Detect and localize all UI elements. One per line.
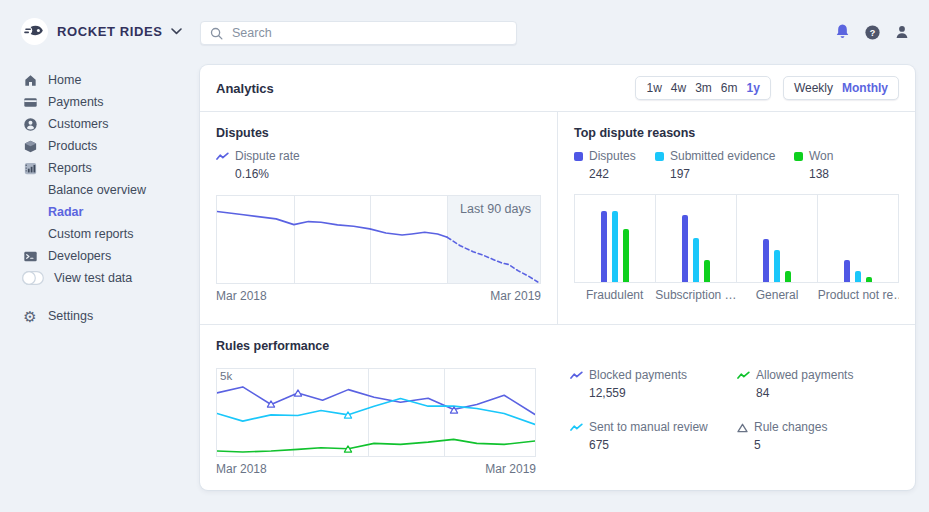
legend-label: Sent to manual review [589, 421, 708, 434]
disputes-x-axis: Mar 2018 Mar 2019 [216, 289, 541, 303]
test-mode-toggle[interactable] [22, 271, 44, 285]
legend-rule-changes: Rule changes 5 [737, 421, 899, 452]
rule-change-marker [267, 400, 276, 408]
sidebar-item-label: Home [48, 73, 81, 87]
period-option-1y[interactable]: 1y [747, 81, 760, 95]
line-series-icon [570, 371, 583, 380]
notifications-bell-icon[interactable] [834, 23, 851, 41]
sidebar-item-products[interactable]: Products [0, 135, 200, 157]
analytics-card: Analytics 1w 4w 3m 6m 1y Weekly Monthly … [200, 65, 915, 490]
sidebar-item-payments[interactable]: Payments [0, 91, 200, 113]
period-option-1w[interactable]: 1w [646, 81, 661, 95]
sidebar-item-reports[interactable]: Reports [0, 157, 200, 179]
legend-label: Submitted evidence [670, 150, 775, 163]
search-bar[interactable] [200, 21, 517, 45]
rules-chart-column: 5k Mar 2018 Mar 2019 [216, 368, 536, 476]
developers-terminal-icon [22, 249, 38, 264]
sidebar-item-settings[interactable]: ⚙ Settings [0, 305, 200, 327]
page-title: Analytics [216, 81, 274, 96]
bar-group [736, 195, 817, 282]
settings-gear-icon: ⚙ [22, 309, 38, 324]
user-avatar-icon[interactable] [894, 24, 910, 40]
won-swatch-icon [794, 152, 803, 161]
last-90-days-label: Last 90 days [460, 202, 531, 216]
rules-title: Rules performance [216, 339, 899, 353]
sidebar-item-developers[interactable]: Developers [0, 245, 200, 267]
search-input[interactable] [230, 25, 507, 41]
granularity-selector: Weekly Monthly [783, 76, 899, 100]
rule-change-marker [344, 445, 353, 453]
top-dispute-reasons-panel: Top dispute reasons Disputes 242 Submitt… [558, 112, 915, 324]
sidebar-item-balance-overview[interactable]: Balance overview [0, 179, 200, 201]
topbar: ROCKET RIDES ? [0, 0, 929, 65]
bar-won [623, 229, 629, 282]
svg-text:?: ? [870, 27, 876, 37]
payments-card-icon [22, 95, 38, 110]
allowed-payments-value: 84 [756, 386, 899, 400]
bar-group [575, 195, 655, 282]
legend-label: Dispute rate [235, 150, 300, 163]
rule-changes-value: 5 [754, 438, 899, 452]
bar-disputes [763, 239, 769, 283]
chevron-down-icon [171, 28, 182, 35]
dispute-reasons-bar-chart [574, 194, 899, 283]
legend-label: Allowed payments [756, 369, 853, 382]
granularity-option-weekly[interactable]: Weekly [794, 81, 833, 95]
evidence-count: 197 [670, 167, 794, 181]
granularity-option-monthly[interactable]: Monthly [842, 81, 888, 95]
sidebar-item-label: Custom reports [48, 227, 133, 241]
bar-group [817, 195, 898, 282]
bar-group-bars [818, 195, 898, 282]
evidence-swatch-icon [655, 152, 664, 161]
bar-submitted-evidence [612, 211, 618, 282]
analytics-header: Analytics 1w 4w 3m 6m 1y Weekly Monthly [200, 65, 915, 112]
bar-won [866, 277, 872, 282]
sidebar-item-label: Radar [48, 205, 83, 219]
sidebar-item-label: Balance overview [48, 183, 146, 197]
legend-sent-to-manual-review: Sent to manual review 675 [570, 421, 737, 452]
legend-won: Won 138 [794, 150, 899, 181]
rules-performance-chart: 5k [216, 368, 536, 457]
sidebar-item-custom-reports[interactable]: Custom reports [0, 223, 200, 245]
products-box-icon [22, 139, 38, 154]
legend-label: Won [809, 150, 833, 163]
sidebar-item-label: Reports [48, 161, 92, 175]
legend-label: Rule changes [754, 421, 827, 434]
sidebar-item-label: Customers [48, 117, 108, 131]
home-icon [22, 73, 38, 88]
manual-review-value: 675 [589, 438, 737, 452]
radar-analytics-page: ROCKET RIDES ? Home [0, 0, 929, 512]
rules-x-axis: Mar 2018 Mar 2019 [216, 462, 536, 476]
bar-group-bars [656, 195, 736, 282]
sidebar-item-radar[interactable]: Radar [0, 201, 200, 223]
sidebar-item-label: Settings [48, 309, 93, 323]
charts-row: Disputes Dispute rate 0.16% Last 90 days… [200, 112, 915, 325]
disputes-count: 242 [589, 167, 655, 181]
sidebar-nav: Home Payments Customers Products Reports… [0, 65, 200, 512]
period-option-3m[interactable]: 3m [695, 81, 712, 95]
x-tick-end: Mar 2019 [490, 289, 541, 303]
account-menu[interactable]: ROCKET RIDES [21, 18, 182, 45]
legend-allowed-payments: Allowed payments 84 [737, 369, 899, 400]
category-label: Subscription … [655, 288, 736, 302]
bar-group [655, 195, 736, 282]
period-option-4w[interactable]: 4w [671, 81, 686, 95]
bar-submitted-evidence [774, 250, 780, 282]
reasons-legend: Disputes 242 Submitted evidence 197 [574, 150, 899, 181]
category-label: Fraudulent [574, 288, 655, 302]
topbar-actions: ? [834, 23, 910, 41]
help-icon[interactable]: ? [864, 24, 881, 41]
sidebar-item-view-test-data[interactable]: View test data [0, 267, 200, 289]
rocket-rides-logo-icon [21, 18, 48, 45]
bar-won [785, 271, 791, 282]
legend-label: Disputes [589, 150, 636, 163]
x-tick-end: Mar 2019 [485, 462, 536, 476]
sidebar-item-customers[interactable]: Customers [0, 113, 200, 135]
period-option-6m[interactable]: 6m [721, 81, 738, 95]
sidebar-item-home[interactable]: Home [0, 69, 200, 91]
rule-change-marker [344, 411, 353, 419]
header-controls: 1w 4w 3m 6m 1y Weekly Monthly [635, 76, 899, 100]
won-count: 138 [809, 167, 899, 181]
bar-disputes [682, 215, 688, 282]
line-series-icon [737, 371, 750, 380]
